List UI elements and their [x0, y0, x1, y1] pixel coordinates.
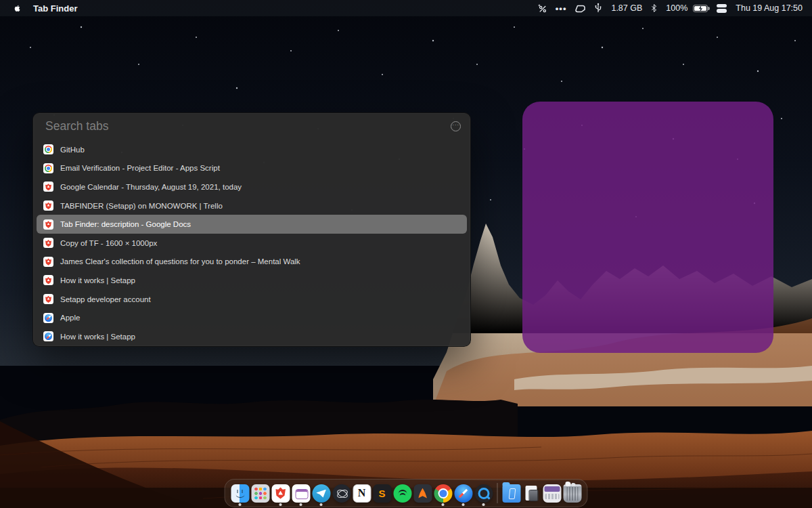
- menubar-menu[interactable]: [85, 0, 100, 16]
- apple-menu-icon[interactable]: [0, 0, 33, 16]
- dock-item-chrome[interactable]: [434, 484, 452, 503]
- menubar-clock[interactable]: Thu 19 Aug 17:50: [736, 3, 803, 13]
- dock-item-quicktime[interactable]: [474, 484, 493, 503]
- tab-title: How it works | Setapp: [60, 333, 135, 341]
- menu-bar: Tab Finder ••• 1.87 GB: [0, 0, 812, 16]
- tab-list-item[interactable]: James Clear's collection of questions fo…: [37, 253, 467, 272]
- app-icon: [413, 484, 432, 503]
- browser-favicon: [43, 144, 53, 154]
- search-bar: Search tabs ···: [33, 113, 470, 139]
- app-icon: [434, 484, 452, 503]
- tab-finder-window: Search tabs ··· GitHub Email Verificatio…: [32, 112, 471, 347]
- menubar-menu[interactable]: [100, 0, 115, 16]
- tab-list-item[interactable]: Tab Finder: description - Google Docs: [37, 215, 467, 234]
- app-icon: [474, 484, 493, 503]
- memory-usage[interactable]: 1.87 GB: [611, 3, 642, 13]
- app-icon: [292, 484, 310, 503]
- dock-item-spotify[interactable]: [393, 484, 411, 503]
- dock: [225, 479, 588, 507]
- tab-title: Google Calendar - Thursday, August 19, 2…: [60, 183, 242, 191]
- tab-title: Email Verification - Project Editor - Ap…: [60, 164, 220, 172]
- dock-item-telegram[interactable]: [312, 484, 330, 503]
- app-icon: [543, 484, 561, 503]
- app-icon: [271, 484, 290, 503]
- app-icon: [454, 484, 472, 503]
- battery-percent[interactable]: 100%: [666, 3, 687, 13]
- dock-item-setapp[interactable]: [332, 484, 351, 503]
- browser-favicon: [43, 313, 53, 323]
- browser-favicon: [43, 200, 53, 211]
- app-icon: [373, 484, 391, 503]
- app-icon: [502, 484, 520, 503]
- tab-title: GitHub: [60, 146, 85, 154]
- menubar-menu[interactable]: [160, 0, 175, 16]
- usb-menu-icon[interactable]: [594, 3, 602, 14]
- tab-list-item[interactable]: Apple: [37, 308, 467, 327]
- app-icon: [393, 484, 411, 503]
- app-icon: [231, 484, 249, 503]
- battery-icon[interactable]: [693, 5, 708, 12]
- tab-title: Setapp developer account: [60, 295, 151, 303]
- menubar-menu[interactable]: [145, 0, 160, 16]
- dock-item-brave[interactable]: [271, 484, 290, 503]
- cleanmymac-menu-icon[interactable]: [537, 3, 547, 13]
- tab-title: Apple: [60, 314, 80, 322]
- app-icon: [332, 484, 351, 503]
- app-icon: [563, 484, 581, 503]
- dock-item-safari[interactable]: [454, 484, 472, 503]
- browser-favicon: [43, 275, 53, 285]
- menubar-menu[interactable]: [115, 0, 130, 16]
- browser-favicon: [43, 331, 53, 341]
- setapp-menu-icon[interactable]: [717, 4, 727, 13]
- tab-title: TABFINDER (Setapp) on MONOWORK | Trello: [60, 202, 223, 210]
- dock-item-notion[interactable]: [353, 484, 371, 503]
- more-menu-icon[interactable]: •••: [556, 3, 567, 14]
- dock-item-trash[interactable]: [563, 484, 581, 503]
- tab-list: GitHub Email Verification - Project Edit…: [33, 139, 470, 347]
- tab-title: Copy of TF - 1600 × 1000px: [60, 239, 157, 247]
- browser-favicon: [43, 182, 53, 192]
- search-input[interactable]: Search tabs: [45, 119, 451, 133]
- dock-item-tab-finder[interactable]: [292, 484, 310, 503]
- tab-title: James Clear's collection of questions fo…: [60, 257, 300, 266]
- app-icon: [312, 484, 330, 503]
- tab-list-item[interactable]: Google Calendar - Thursday, August 19, 2…: [37, 177, 467, 196]
- dock-item-finder[interactable]: [231, 484, 249, 503]
- tab-list-item[interactable]: Setapp developer account: [37, 290, 467, 309]
- browser-favicon: [43, 257, 53, 267]
- menubar-menu[interactable]: [130, 0, 145, 16]
- dock-divider: [497, 483, 498, 503]
- dock-item-launchpad[interactable]: [251, 484, 269, 503]
- app-icon: [522, 484, 541, 503]
- tab-list-item[interactable]: GitHub: [37, 140, 467, 159]
- tab-list-item[interactable]: How it works | Setapp: [37, 327, 467, 346]
- tab-list-item[interactable]: TABFINDER (Setapp) on MONOWORK | Trello: [37, 196, 467, 215]
- dock-item-documents[interactable]: [522, 484, 541, 503]
- dock-item-downloads-folder[interactable]: [502, 484, 520, 503]
- tab-list-item[interactable]: Email Verification - Project Editor - Ap…: [37, 159, 467, 178]
- active-app-name[interactable]: Tab Finder: [33, 3, 85, 14]
- browser-favicon: [43, 219, 53, 230]
- app-icon: [353, 484, 371, 503]
- tab-title: Tab Finder: description - Google Docs: [60, 220, 191, 228]
- browser-favicon: [43, 238, 53, 248]
- dock-item-keyboard-viewer[interactable]: [543, 484, 561, 503]
- tab-list-item[interactable]: Copy of TF - 1600 × 1000px: [37, 234, 467, 253]
- promo-card: [522, 102, 773, 353]
- dock-item-alfred[interactable]: [413, 484, 432, 503]
- browser-favicon: [43, 163, 53, 173]
- dock-item-sublime-text[interactable]: [373, 484, 391, 503]
- cleanshot-menu-icon[interactable]: [575, 3, 585, 13]
- browser-favicon: [43, 294, 53, 304]
- bluetooth-icon[interactable]: [651, 3, 657, 13]
- tab-list-item[interactable]: How it works | Setapp: [37, 271, 467, 290]
- more-options-button[interactable]: ···: [451, 121, 461, 131]
- tab-title: How it works | Setapp: [60, 276, 135, 284]
- app-icon: [251, 484, 269, 503]
